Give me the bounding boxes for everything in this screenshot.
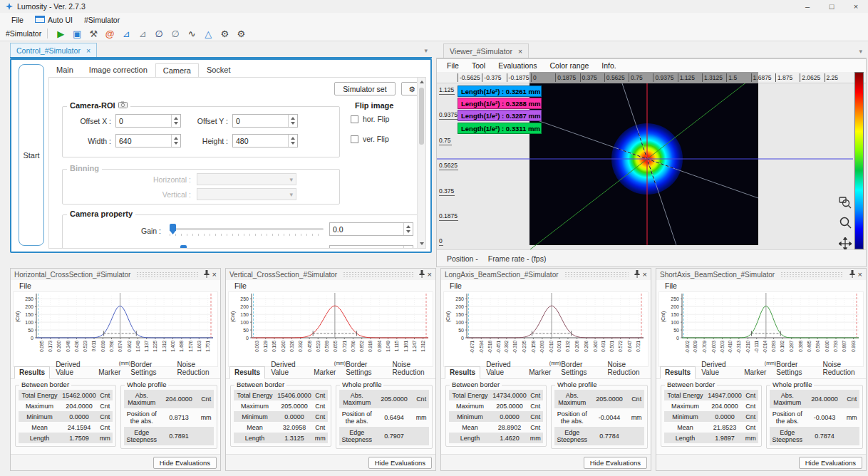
close-button[interactable]: ×: [844, 0, 868, 13]
viewer-tab[interactable]: Viewer_#Simulator ×: [443, 43, 529, 58]
file-menu[interactable]: File: [450, 281, 462, 290]
tab-results[interactable]: Results: [445, 366, 480, 379]
spinner-icon[interactable]: [403, 246, 413, 249]
height-input[interactable]: 480: [232, 134, 298, 148]
scrollbar-thumb[interactable]: [419, 88, 424, 145]
tab-noise-reduction[interactable]: Noise Reduction: [604, 359, 651, 378]
tab-results[interactable]: Results: [14, 366, 50, 379]
settings-gear-icon[interactable]: ⚙: [217, 27, 232, 40]
close-icon[interactable]: ×: [428, 271, 432, 279]
scroll-down-icon[interactable]: [418, 239, 425, 248]
tab-derived-value[interactable]: Derived Value: [51, 359, 93, 378]
file-menu[interactable]: File: [234, 281, 247, 290]
tab-border-settings[interactable]: Border Settings: [126, 359, 171, 378]
trend-chart-icon[interactable]: ∿: [185, 27, 199, 40]
file-menu[interactable]: File: [19, 281, 31, 290]
ellipse-eval-icon[interactable]: ∅: [152, 27, 166, 40]
ellipse-eval-off-icon[interactable]: ∅: [168, 27, 182, 40]
close-icon[interactable]: ×: [858, 271, 862, 279]
settings-gear2-icon[interactable]: ⚙: [234, 27, 248, 40]
exposure-input[interactable]: 8000.0: [329, 245, 413, 249]
ver-flip-checkbox[interactable]: [351, 135, 358, 143]
close-icon[interactable]: ×: [518, 47, 522, 56]
viewer-window-icon[interactable]: ▣: [70, 27, 84, 40]
simulator-set-button[interactable]: Simulator set: [334, 82, 396, 95]
tab-derived-value[interactable]: Derived Value: [697, 359, 738, 378]
file-menu[interactable]: File: [665, 281, 677, 290]
tab-noise-reduction[interactable]: Noise Reduction: [819, 359, 866, 378]
run-icon[interactable]: ▶: [53, 27, 68, 40]
gain-slider[interactable]: [170, 228, 324, 230]
binning-horizontal-dropdown[interactable]: ▾: [197, 173, 296, 185]
zoom-region-icon[interactable]: [836, 193, 854, 212]
tab-border-settings[interactable]: Border Settings: [772, 359, 817, 378]
binning-vertical-dropdown[interactable]: ▾: [197, 188, 296, 200]
control-tab[interactable]: Control_#Simulator ×: [10, 43, 97, 57]
pin-icon[interactable]: [849, 268, 855, 281]
tab-marker[interactable]: Marker: [309, 367, 340, 378]
tab-results[interactable]: Results: [660, 366, 696, 379]
tab-noise-reduction[interactable]: Noise Reduction: [388, 359, 435, 378]
tab-noise-reduction[interactable]: Noise Reduction: [173, 359, 220, 378]
chevron-down-icon[interactable]: ▾: [424, 47, 428, 54]
viewer-menu-tool[interactable]: Tool: [472, 61, 485, 70]
tab-socket[interactable]: Socket: [199, 63, 239, 78]
tab-marker[interactable]: Marker: [525, 367, 555, 378]
close-icon[interactable]: ×: [86, 46, 91, 55]
spinner-icon[interactable]: [171, 135, 180, 147]
viewer-menu-file[interactable]: File: [447, 61, 459, 70]
toolbar-profile-label[interactable]: #Simulator: [6, 29, 41, 38]
zoom-icon[interactable]: [836, 213, 854, 232]
close-icon[interactable]: ×: [643, 271, 647, 279]
hor-flip-checkbox[interactable]: [351, 115, 358, 123]
spinner-icon[interactable]: [171, 115, 180, 127]
tab-main[interactable]: Main: [48, 63, 81, 78]
tab-border-settings[interactable]: Border Settings: [557, 359, 601, 378]
chevron-down-icon[interactable]: ▾: [859, 48, 862, 55]
wrench-icon[interactable]: ⚒: [86, 27, 100, 40]
tab-camera[interactable]: Camera: [155, 63, 199, 78]
offset-y-input[interactable]: 0: [232, 114, 298, 128]
hide-evaluations-button[interactable]: Hide Evaluations: [799, 457, 862, 469]
tab-derived-value[interactable]: Derived Value: [482, 359, 523, 378]
tab-border-settings[interactable]: Border Settings: [341, 359, 386, 378]
spiral-icon[interactable]: @: [103, 27, 117, 40]
start-button[interactable]: Start: [19, 64, 44, 246]
offset-x-input[interactable]: 0: [115, 114, 181, 128]
tab-marker[interactable]: Marker: [740, 367, 770, 378]
viewer-menu-evaluations[interactable]: Evaluations: [498, 61, 537, 70]
spinner-icon[interactable]: [403, 223, 413, 235]
pan-icon[interactable]: [836, 234, 854, 249]
restore-button[interactable]: □: [820, 0, 844, 13]
tab-image-correction[interactable]: Image correction: [81, 63, 155, 78]
tab-derived-value[interactable]: Derived Value: [267, 359, 308, 378]
camera-icon[interactable]: [118, 101, 128, 110]
hide-evaluations-button[interactable]: Hide Evaluations: [368, 457, 432, 469]
hide-evaluations-button[interactable]: Hide Evaluations: [584, 457, 647, 469]
beam-viewport[interactable]: -0.5625-0.375-0.187500.18750.3750.56250.…: [437, 72, 866, 249]
profile-chart2-icon[interactable]: ⊿: [135, 27, 150, 40]
spinner-icon[interactable]: [288, 135, 297, 147]
pin-icon[interactable]: [419, 268, 425, 281]
viewer-menu-color-range[interactable]: Color range: [549, 61, 589, 70]
pin-icon[interactable]: [634, 268, 640, 281]
pin-icon[interactable]: [204, 268, 210, 281]
control-scrollbar[interactable]: [417, 78, 425, 248]
gain-input[interactable]: 0.0: [329, 222, 413, 236]
menu-simulator[interactable]: #Simulator: [84, 16, 120, 24]
menu-file[interactable]: File: [11, 16, 24, 24]
profile-chart-icon[interactable]: ⊿: [119, 27, 133, 40]
minimize-button[interactable]: –: [795, 0, 820, 13]
gain-slider-handle[interactable]: [170, 224, 176, 234]
tab-marker[interactable]: Marker: [94, 367, 125, 378]
scroll-up-icon[interactable]: [418, 78, 425, 86]
menu-auto-ui[interactable]: Auto UI: [48, 16, 73, 24]
spinner-icon[interactable]: [288, 115, 297, 127]
viewer-menu-info[interactable]: Info.: [601, 61, 616, 70]
hide-evaluations-button[interactable]: Hide Evaluations: [153, 457, 217, 469]
prism-icon[interactable]: △: [201, 27, 215, 40]
close-icon[interactable]: ×: [212, 271, 217, 279]
tab-results[interactable]: Results: [229, 366, 265, 379]
exposure-slider-handle[interactable]: [180, 245, 187, 249]
width-input[interactable]: 640: [115, 134, 181, 148]
